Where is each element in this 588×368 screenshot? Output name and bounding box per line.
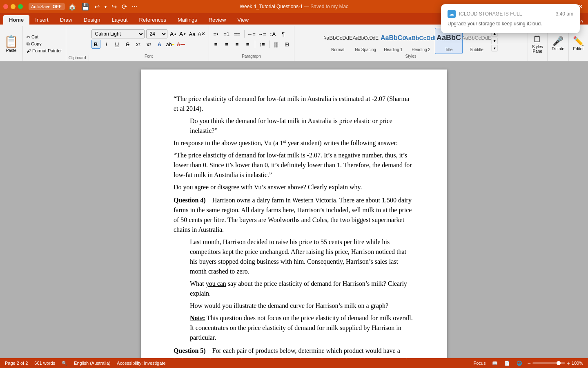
text-effects-button[interactable]: A xyxy=(155,40,164,49)
editor-icon: ✏️ xyxy=(573,36,584,47)
paragraph-group: ≡• ≡1 ≡≡ ←≡ →≡ ↕A ¶ ≡ ≡ ≡ ≡ ↕≡ ▒ ⊞ Para xyxy=(209,26,294,61)
dictate-icon: 🎤 xyxy=(552,36,564,47)
increase-indent-button[interactable]: →≡ xyxy=(258,29,267,38)
minimize-button[interactable] xyxy=(11,4,16,9)
shrink-font-button[interactable]: A▼ xyxy=(178,29,187,38)
zoom-controls: − + 100% xyxy=(527,360,583,366)
doc-paragraph-q4: Question 4) Harrison owns a dairy farm i… xyxy=(174,195,414,235)
paragraph-group-label: Paragraph xyxy=(212,54,292,59)
align-right-button[interactable]: ≡ xyxy=(233,40,242,49)
paste-button[interactable]: 📋 Paste xyxy=(0,26,23,61)
styles-pane-icon: 🗒 xyxy=(533,34,542,45)
font-size-buttons: A▲ A▼ Aa A✕ xyxy=(169,29,206,38)
read-mode-button[interactable]: 📖 xyxy=(490,361,499,366)
home-icon[interactable]: 🏠 xyxy=(67,3,78,11)
decrease-indent-button[interactable]: ←≡ xyxy=(247,29,256,38)
focus-button[interactable]: Focus xyxy=(472,361,488,366)
style-normal[interactable]: AaBbCcDdE Normal xyxy=(324,28,352,54)
undo-button[interactable]: ↩ xyxy=(93,3,101,11)
tab-references[interactable]: References xyxy=(134,15,172,25)
tab-home[interactable]: Home xyxy=(3,15,29,25)
strikethrough-button[interactable]: S xyxy=(123,40,132,49)
status-bar: Page 2 of 2 661 words 🔍 English (Austral… xyxy=(0,358,588,368)
clipboard-label: Clipboard xyxy=(66,55,89,61)
tab-layout[interactable]: Layout xyxy=(106,15,133,25)
zoom-in-button[interactable]: + xyxy=(567,360,570,366)
zoom-slider[interactable] xyxy=(532,362,565,364)
notification-title-row: ☁ ICLOUD STORAGE IS FULL xyxy=(448,10,522,18)
status-bar-left: Page 2 of 2 661 words 🔍 English (Austral… xyxy=(5,361,166,366)
notification-time: 3:40 am xyxy=(556,11,573,17)
history-button[interactable]: ⟳ xyxy=(120,3,129,11)
multilevel-button[interactable]: ≡≡ xyxy=(233,29,242,38)
text-highlight-button[interactable]: ab xyxy=(166,40,175,49)
clipboard-group: 📋 Paste ✂Cut ⧉Copy 🖌Format Painter xyxy=(0,26,66,61)
font-name-select[interactable]: Calibri Light xyxy=(91,29,145,38)
font-group: Calibri Light 24 A▲ A▼ Aa A✕ B I U S x2 … xyxy=(89,26,209,61)
styles-scroll: ▲ ▼ ▾ xyxy=(491,30,498,52)
align-center-button[interactable]: ≡ xyxy=(222,40,231,49)
copy-button[interactable]: ⧉Copy xyxy=(25,41,63,47)
font-name-row: Calibri Light 24 A▲ A▼ Aa A✕ xyxy=(91,29,206,38)
font-format-row: B I U S x2 x2 A ab A xyxy=(91,40,185,49)
doc-paragraph-q5: Question 5) For each pair of products be… xyxy=(174,346,414,358)
undo-dropdown[interactable]: ▾ xyxy=(103,4,108,9)
doc-paragraph: Last month, Harrison decided to raise hi… xyxy=(190,237,414,276)
borders-button[interactable]: ⊞ xyxy=(283,40,292,49)
maximize-button[interactable] xyxy=(18,4,23,9)
superscript-button[interactable]: x2 xyxy=(145,40,154,49)
font-color-button[interactable]: A xyxy=(176,40,185,49)
underline-button[interactable]: U xyxy=(113,40,122,49)
spell-check-icon[interactable]: 🔍 xyxy=(62,361,67,366)
autosave-label[interactable]: AutoSave OFF xyxy=(29,3,65,10)
line-spacing-button[interactable]: ↕≡ xyxy=(258,40,267,49)
notification-body: Upgrade your storage to keep using iClou… xyxy=(448,20,573,27)
tab-review[interactable]: Review xyxy=(203,15,232,25)
change-case-button[interactable]: Aa xyxy=(188,29,197,38)
cut-button[interactable]: ✂Cut xyxy=(25,34,63,40)
numbering-button[interactable]: ≡1 xyxy=(222,29,231,38)
align-left-button[interactable]: ≡ xyxy=(212,40,220,49)
web-layout-button[interactable]: 🌐 xyxy=(515,361,524,366)
shading-button[interactable]: ▒ xyxy=(272,40,281,49)
font-size-select[interactable]: 24 xyxy=(146,29,167,38)
show-marks-button[interactable]: ¶ xyxy=(279,29,288,38)
tab-draw[interactable]: Draw xyxy=(54,15,78,25)
accessibility-label[interactable]: Accessibility: Investigate xyxy=(117,361,165,366)
format-painter-button[interactable]: 🖌Format Painter xyxy=(25,48,63,54)
styles-expand[interactable]: ▾ xyxy=(491,45,498,52)
styles-group-label: Styles xyxy=(296,54,526,59)
grow-font-button[interactable]: A▲ xyxy=(169,29,178,38)
style-heading1[interactable]: AaBbCc Heading 1 xyxy=(379,28,407,54)
style-no-spacing[interactable]: AaBbCcDdE No Spacing xyxy=(352,28,379,54)
redo-button[interactable]: ↪ xyxy=(110,3,118,11)
title-bar-left: AutoSave OFF 🏠 💾 ↩ ▾ ↪ ⟳ ··· xyxy=(3,3,139,11)
styles-scroll-down[interactable]: ▼ xyxy=(491,38,498,44)
paragraph-row2: ≡ ≡ ≡ ≡ ↕≡ ▒ ⊞ xyxy=(212,40,292,49)
clear-format-button[interactable]: A✕ xyxy=(197,29,206,38)
document-page[interactable]: “The price elasticity of demand for low-… xyxy=(141,70,447,358)
justify-button[interactable]: ≡ xyxy=(243,40,252,49)
zoom-out-button[interactable]: − xyxy=(527,360,530,366)
tab-mailings[interactable]: Mailings xyxy=(172,15,203,25)
doc-paragraph: What you can say about the price elastic… xyxy=(190,279,414,298)
sort-button[interactable]: ↕A xyxy=(268,29,277,38)
doc-paragraph: “The price elasticity of demand for low-… xyxy=(174,150,414,180)
doc-paragraph: Do you think the demand for low-fat milk… xyxy=(190,116,414,136)
more-button[interactable]: ··· xyxy=(130,3,139,10)
tab-design[interactable]: Design xyxy=(78,15,106,25)
save-button[interactable]: 💾 xyxy=(80,3,91,11)
bold-button[interactable]: B xyxy=(91,40,100,49)
subscript-button[interactable]: x2 xyxy=(134,40,143,49)
document-area[interactable]: “The price elasticity of demand for low-… xyxy=(0,61,588,358)
doc-paragraph: In response to the above question, Vu (a… xyxy=(174,138,414,148)
zoom-level: 100% xyxy=(572,361,583,366)
language-label[interactable]: English (Australia) xyxy=(74,361,110,366)
print-layout-button[interactable]: 📄 xyxy=(503,361,512,366)
italic-button[interactable]: I xyxy=(102,40,111,49)
tab-view[interactable]: View xyxy=(232,15,254,25)
style-heading2[interactable]: AaBbCcDdE Heading 2 xyxy=(407,28,435,54)
bullets-button[interactable]: ≡• xyxy=(212,29,220,38)
close-button[interactable] xyxy=(3,4,8,9)
tab-insert[interactable]: Insert xyxy=(29,15,54,25)
